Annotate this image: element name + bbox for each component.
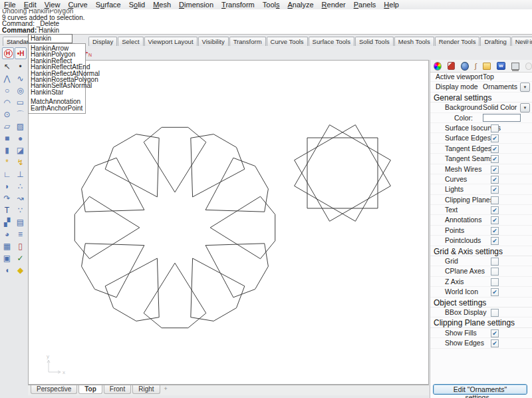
menu-help[interactable]: Help xyxy=(380,0,403,9)
tab-mesh-tools[interactable]: Mesh Tools xyxy=(394,37,434,46)
checkbox-text[interactable]: ✔ xyxy=(491,206,499,214)
menu-file[interactable]: File xyxy=(0,0,20,9)
dropdown-arrow-button[interactable]: ▼ xyxy=(520,103,530,112)
plane-icon[interactable]: ◪ xyxy=(14,144,27,156)
menu-render[interactable]: Render xyxy=(318,0,350,9)
select-arrow-icon[interactable]: ↖ xyxy=(1,61,13,73)
checkbox-grid[interactable] xyxy=(491,258,499,266)
joint-left-icon[interactable]: ∟ xyxy=(1,168,13,180)
polyline-icon[interactable]: ⋀ xyxy=(1,73,13,85)
text-icon[interactable]: T xyxy=(1,204,13,216)
menu-view[interactable]: View xyxy=(41,0,65,9)
hatch-icon[interactable]: ▤ xyxy=(14,216,27,228)
checkbox-points[interactable]: ✔ xyxy=(491,227,499,235)
toolbar-options-icon[interactable]: ◉ xyxy=(524,38,529,45)
checkbox-show-edges[interactable]: ✔ xyxy=(491,339,499,347)
checkbox-lights[interactable]: ✔ xyxy=(491,186,499,194)
blob-icon[interactable]: ◗ xyxy=(1,180,13,192)
edit-ornaments-settings-button[interactable]: Edit "Ornaments" settings... xyxy=(433,384,527,395)
loft-icon[interactable]: ▨ xyxy=(14,120,27,132)
solid-union-icon[interactable]: ◕ xyxy=(1,228,13,240)
point-icon[interactable]: • xyxy=(14,61,27,73)
checkbox-tangent-seams[interactable]: ✔ xyxy=(491,155,499,163)
menu-mesh[interactable]: Mesh xyxy=(149,0,175,9)
box-icon[interactable]: ■ xyxy=(1,132,13,144)
render-ball-icon[interactable] xyxy=(461,62,469,71)
domino-icon[interactable]: ▯ xyxy=(14,240,27,252)
menu-surface[interactable]: Surface xyxy=(92,0,125,9)
checkbox-curves[interactable]: ✔ xyxy=(491,176,499,184)
cylinder-icon[interactable]: ▮ xyxy=(1,144,13,156)
arc-swing-icon[interactable]: ↷ xyxy=(1,192,13,204)
joint-right-icon[interactable]: ⊥ xyxy=(14,168,27,180)
ellipse-icon[interactable]: ◎ xyxy=(14,85,27,97)
explode-icon[interactable]: * xyxy=(1,156,13,168)
tab-surface-tools[interactable]: Surface Tools xyxy=(309,37,354,46)
color-wheel-icon[interactable] xyxy=(434,62,442,71)
checkbox-surface-isocurves[interactable] xyxy=(491,124,499,132)
checkbox-cplane-axes[interactable] xyxy=(491,268,499,276)
spiral-icon[interactable]: ↝ xyxy=(14,192,27,204)
menu-curve[interactable]: Curve xyxy=(64,0,91,9)
menu-solid[interactable]: Solid xyxy=(125,0,149,9)
autocomplete-item-hankinstar[interactable]: HankinStar xyxy=(31,89,85,95)
blocks-icon[interactable]: ▞ xyxy=(1,216,13,228)
rectangle-icon[interactable]: ▭ xyxy=(14,97,27,108)
surface-icon[interactable]: ▱ xyxy=(1,120,13,132)
tab-visibility[interactable]: Visibility xyxy=(198,37,229,46)
command-input[interactable]: Hankin xyxy=(28,34,72,43)
checkbox-tangent-edges[interactable]: ✔ xyxy=(491,145,499,153)
hook-icon[interactable]: ∫ xyxy=(475,63,477,70)
menu-analyze[interactable]: Analyze xyxy=(283,0,317,9)
tab-select[interactable]: Select xyxy=(118,37,143,46)
viewport-tab-top[interactable]: Top xyxy=(78,385,102,394)
tab-display[interactable]: Display xyxy=(88,37,117,46)
checkbox-annotations[interactable]: ✔ xyxy=(491,216,499,224)
tab-viewport-layout[interactable]: Viewport Layout xyxy=(144,37,198,46)
tab-transform[interactable]: Transform xyxy=(229,37,266,46)
corner-arc-icon[interactable]: ⌒ xyxy=(14,108,27,120)
monitor-icon[interactable] xyxy=(511,63,519,70)
color-swatch-field[interactable] xyxy=(483,114,521,122)
display-mode-icon[interactable] xyxy=(448,62,456,70)
tab-solid-tools[interactable]: Solid Tools xyxy=(355,37,394,46)
menu-transform[interactable]: Transform xyxy=(217,0,259,9)
stack-icon[interactable]: ≡ xyxy=(14,228,27,240)
checkbox-bbox-display[interactable] xyxy=(491,309,499,317)
menu-edit[interactable]: Edit xyxy=(20,0,41,9)
points-trio-icon[interactable]: ∴ xyxy=(14,180,27,192)
checkbox-pointclouds[interactable]: ✔ xyxy=(491,237,499,245)
dropdown-value[interactable]: Solid Color xyxy=(483,103,517,111)
flash-icon[interactable]: ↯ xyxy=(14,156,27,168)
hankin-arrow-button[interactable]: •H xyxy=(15,47,27,59)
clipboard-icon[interactable]: ▣ xyxy=(1,252,13,264)
curve-icon[interactable]: ∿ xyxy=(14,73,27,85)
check-icon[interactable]: ✓ xyxy=(14,252,27,264)
sphere-icon[interactable]: ● xyxy=(14,132,27,144)
arc-icon[interactable]: ◠ xyxy=(1,97,13,108)
checkbox-z-axis[interactable] xyxy=(491,278,499,286)
menu-panels[interactable]: Panels xyxy=(350,0,380,9)
hankin-circle-button[interactable]: H xyxy=(2,47,14,59)
hankin-pattern-small[interactable] xyxy=(295,125,391,222)
checkbox-show-fills[interactable]: ✔ xyxy=(491,329,499,337)
grid-icon[interactable]: ▦ xyxy=(1,240,13,252)
handle-points-icon[interactable]: ∵ xyxy=(14,204,27,216)
folder-icon[interactable] xyxy=(483,63,491,70)
checkbox-surface-edges[interactable]: ✔ xyxy=(491,134,499,142)
viewport-tab-right[interactable]: Right xyxy=(132,385,160,394)
dropdown-value[interactable]: Ornaments xyxy=(483,83,517,91)
circle-icon[interactable]: ○ xyxy=(1,85,13,97)
dropdown-arrow-button[interactable]: ▼ xyxy=(520,83,530,92)
gem-icon[interactable]: ◆ xyxy=(14,264,27,276)
checkbox-world-icon[interactable]: ✔ xyxy=(491,288,499,296)
viewport-tab-perspective[interactable]: Perspective xyxy=(31,385,77,394)
viewport-tab-front[interactable]: Front xyxy=(104,385,131,394)
checkbox-mesh-wires[interactable]: ✔ xyxy=(491,166,499,174)
autocomplete-item-earthanchorpoint[interactable]: EarthAnchorPoint xyxy=(31,105,85,111)
viewport-canvas[interactable]: yx xyxy=(28,60,429,385)
tab-curve-tools[interactable]: Curve Tools xyxy=(267,37,308,46)
menu-dimension[interactable]: Dimension xyxy=(175,0,217,9)
add-viewport-tab-button[interactable]: + xyxy=(162,385,170,393)
circle-center-icon[interactable]: ⊙ xyxy=(1,108,13,120)
